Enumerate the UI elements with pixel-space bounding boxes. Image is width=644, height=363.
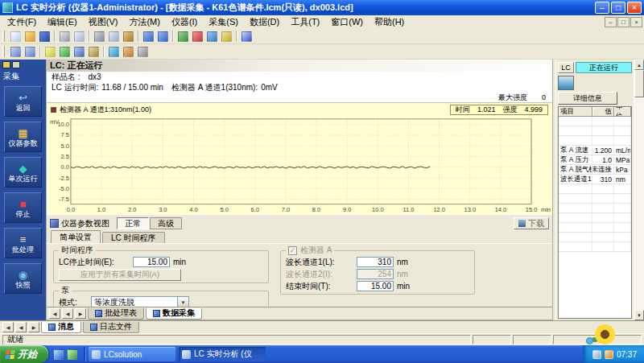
wavelength-ch2-input[interactable]	[357, 269, 394, 279]
tray-volume-icon[interactable]	[592, 350, 601, 359]
report-icon[interactable]	[219, 30, 233, 43]
tab-nav-2[interactable]: ◀	[62, 308, 73, 319]
mdi-restore-button[interactable]: □	[617, 17, 630, 27]
taskbar-task-2[interactable]: LC 实时分析 (仪	[179, 347, 266, 361]
minimize-button[interactable]: –	[595, 2, 609, 14]
table-row[interactable]	[559, 223, 631, 233]
mdi-minimize-button[interactable]: –	[605, 17, 617, 27]
scroll-up-icon[interactable]: ▲	[634, 60, 644, 70]
print-preview-icon[interactable]	[72, 30, 86, 43]
save-icon[interactable]	[37, 30, 52, 43]
menu-item-2[interactable]: 编辑(E)	[42, 15, 83, 29]
table-row[interactable]	[559, 136, 631, 146]
menu-item-5[interactable]: 仪器(I)	[166, 15, 203, 29]
open-folder-icon[interactable]	[23, 30, 37, 43]
detector-checkbox[interactable]: ✓	[288, 246, 297, 255]
tab-data-acquisition[interactable]: 数据采集	[146, 308, 202, 320]
sidebar-item-single-run[interactable]: ◆单次运行	[4, 157, 42, 188]
new-file-icon[interactable]	[8, 30, 23, 43]
sidebar-item-instrument-params[interactable]: ▦仪器参数	[4, 122, 42, 152]
cascade-windows-icon[interactable]	[23, 45, 37, 59]
method-view-icon[interactable]	[175, 30, 190, 43]
help-icon[interactable]	[239, 30, 254, 43]
tab-nav-3[interactable]: ▶	[28, 322, 39, 332]
cut-icon[interactable]	[92, 30, 106, 43]
table-row[interactable]: 波长通道1310nm	[559, 175, 631, 184]
batch-table-icon[interactable]	[72, 45, 86, 59]
mdi-close-button[interactable]: ×	[630, 17, 642, 27]
start-button[interactable]: 开始	[0, 345, 48, 363]
tab-lc-time-program[interactable]: LC 时间程序	[102, 232, 165, 243]
quick-launch-browser-icon[interactable]	[53, 349, 64, 360]
view-tab-advanced[interactable]: 高级	[150, 217, 182, 229]
instrument-status-icon[interactable]	[558, 76, 574, 90]
pump-mode-select[interactable]: 等浓度洗脱 ▼	[91, 296, 189, 307]
lc-stop-time-input[interactable]	[133, 257, 170, 267]
tray-clock[interactable]: 07:37	[617, 350, 637, 359]
tab-log-files[interactable]: 日志文件	[83, 322, 139, 333]
table-row[interactable]: 泵 A 流速1.200mL/min	[559, 146, 631, 155]
menu-item-10[interactable]: 帮助(H)	[369, 15, 410, 29]
table-row[interactable]: 泵 A 压力1.0MPa	[559, 155, 631, 165]
toolbar-grip[interactable]	[2, 46, 5, 57]
menu-item-1[interactable]: 文件(F)	[2, 15, 42, 29]
settings-icon[interactable]	[135, 45, 150, 59]
copy-icon[interactable]	[106, 30, 121, 43]
lc-device-chip[interactable]: LC	[558, 62, 574, 73]
system-check-icon[interactable]	[121, 45, 135, 59]
menu-item-9[interactable]: 窗口(W)	[325, 15, 369, 29]
monitor-scrollbar[interactable]: ▲ ▼	[634, 60, 644, 320]
tab-nav-1[interactable]: ◀	[49, 308, 60, 319]
tab-batch-table[interactable]: 批处理表	[88, 308, 144, 320]
table-row[interactable]	[559, 126, 631, 136]
sidebar-item-batch[interactable]: ≡批处理	[4, 228, 42, 258]
menu-item-7[interactable]: 数据(D)	[244, 15, 285, 29]
sidebar-item-stop[interactable]: ■停止	[4, 192, 42, 223]
log-view-icon[interactable]	[86, 45, 101, 59]
instrument-monitor-icon[interactable]	[190, 30, 204, 43]
table-row[interactable]	[559, 184, 631, 194]
scroll-down-icon[interactable]: ▼	[634, 310, 644, 320]
table-row[interactable]	[559, 117, 631, 126]
chromatogram-view-icon[interactable]	[43, 45, 57, 59]
tile-windows-icon[interactable]	[8, 45, 23, 59]
quick-launch-app-icon[interactable]	[67, 349, 77, 360]
data-acquisition-icon[interactable]	[204, 30, 219, 43]
end-time-input[interactable]	[357, 281, 394, 291]
toolbar-grip[interactable]	[2, 31, 5, 42]
sidebar-item-back[interactable]: ↩返回	[4, 86, 42, 117]
folder-open-icon[interactable]	[12, 61, 20, 68]
undo-icon[interactable]	[141, 30, 155, 43]
view-tab-normal[interactable]: 正常	[117, 217, 149, 229]
apply-to-all-acquisition-button[interactable]: 应用于所有采集时间(A)	[59, 269, 181, 281]
folder-icon[interactable]	[2, 61, 10, 68]
redo-icon[interactable]	[155, 30, 170, 43]
snapshot-icon[interactable]	[106, 45, 121, 59]
download-button[interactable]: 下载	[514, 217, 549, 229]
tab-simple-settings[interactable]: 简单设置	[51, 230, 101, 243]
table-row[interactable]	[559, 213, 631, 223]
table-row[interactable]	[559, 204, 631, 213]
maximize-button[interactable]: □	[611, 2, 625, 14]
chromatogram-svg[interactable]: 0.01.02.03.04.05.06.07.08.09.010.011.012…	[47, 116, 552, 214]
table-row[interactable]	[559, 242, 631, 252]
scrollbar-thumb[interactable]	[634, 70, 644, 97]
paste-icon[interactable]	[121, 30, 135, 43]
tab-nav-1[interactable]: ◀	[2, 322, 14, 332]
details-button[interactable]: 详细信息	[558, 92, 617, 105]
menu-item-3[interactable]: 视图(V)	[83, 15, 124, 29]
tab-nav-3[interactable]: ▶	[75, 308, 86, 319]
instrument-parameters-icon[interactable]	[57, 45, 72, 59]
menu-item-8[interactable]: 工具(T)	[285, 15, 325, 29]
close-button[interactable]: ×	[627, 2, 642, 14]
tab-nav-2[interactable]: ◀	[15, 322, 27, 332]
tab-messages[interactable]: 消息	[41, 322, 81, 333]
table-row[interactable]	[559, 194, 631, 204]
print-icon[interactable]	[57, 30, 72, 43]
wavelength-ch1-input[interactable]	[357, 257, 394, 267]
sidebar-item-snapshot[interactable]: ◉快照	[4, 263, 42, 294]
taskbar-task-1[interactable]: LCsolution	[89, 347, 175, 361]
menu-item-6[interactable]: 采集(S)	[203, 15, 244, 29]
tray-monitor-icon[interactable]	[605, 350, 613, 359]
chevron-down-icon[interactable]: ▼	[177, 297, 188, 307]
